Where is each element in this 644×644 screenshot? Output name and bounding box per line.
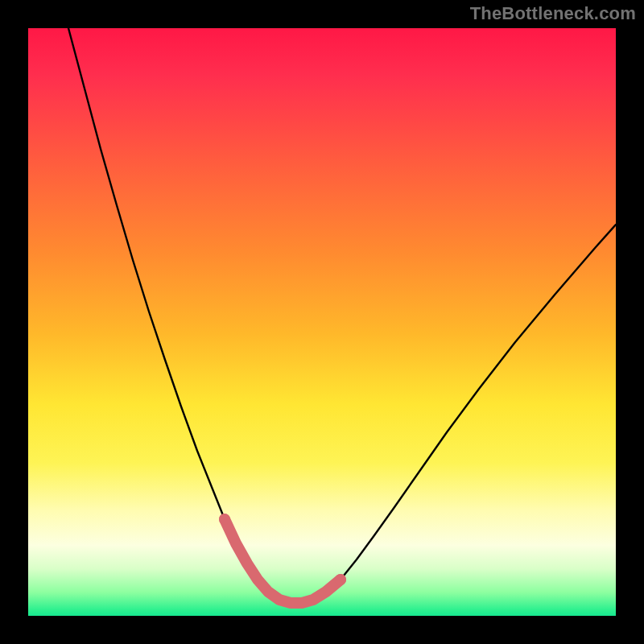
chart-frame: TheBottleneck.com (0, 0, 644, 644)
curve-highlight (225, 519, 341, 603)
chart-svg (28, 28, 616, 616)
series-group (68, 28, 616, 603)
watermark-label: TheBottleneck.com (470, 3, 636, 24)
curve-highlight-endcap (219, 514, 230, 525)
curve-main (68, 28, 616, 603)
curve-highlight-endcap (335, 574, 346, 585)
plot-area (28, 28, 616, 616)
